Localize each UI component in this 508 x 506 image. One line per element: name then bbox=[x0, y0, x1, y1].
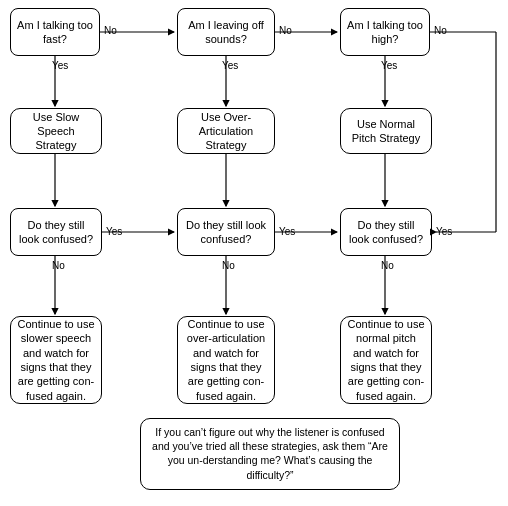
result-1: Continue to use slower speech and watch … bbox=[10, 316, 102, 404]
label-c3-no: No bbox=[381, 260, 394, 271]
question-2: Am I leaving off sounds? bbox=[177, 8, 275, 56]
label-q1-yes: Yes bbox=[52, 60, 68, 71]
label-c1-yes: Yes bbox=[106, 226, 122, 237]
result-3: Continue to use normal pitch and watch f… bbox=[340, 316, 432, 404]
strategy-1: Use Slow Speech Strategy bbox=[10, 108, 102, 154]
label-c2-no: No bbox=[222, 260, 235, 271]
result-2: Continue to use over-articulation and wa… bbox=[177, 316, 275, 404]
label-c1-no: No bbox=[52, 260, 65, 271]
label-q1-no: No bbox=[104, 25, 117, 36]
question-1: Am I talking too fast? bbox=[10, 8, 100, 56]
confused-1: Do they still look confused? bbox=[10, 208, 102, 256]
label-q3-no: No bbox=[434, 25, 447, 36]
question-3: Am I talking too high? bbox=[340, 8, 430, 56]
label-q2-no: No bbox=[279, 25, 292, 36]
label-c2-yes: Yes bbox=[279, 226, 295, 237]
strategy-3: Use Normal Pitch Strategy bbox=[340, 108, 432, 154]
confused-2: Do they still look confused? bbox=[177, 208, 275, 256]
label-q3-yes: Yes bbox=[381, 60, 397, 71]
label-c3-yes: Yes bbox=[436, 226, 452, 237]
confused-3: Do they still look confused? bbox=[340, 208, 432, 256]
strategy-2: Use Over-Articulation Strategy bbox=[177, 108, 275, 154]
label-q2-yes: Yes bbox=[222, 60, 238, 71]
final-box: If you can’t figure out why the listener… bbox=[140, 418, 400, 490]
flowchart: Am I talking too fast? Am I leaving off … bbox=[0, 0, 508, 506]
